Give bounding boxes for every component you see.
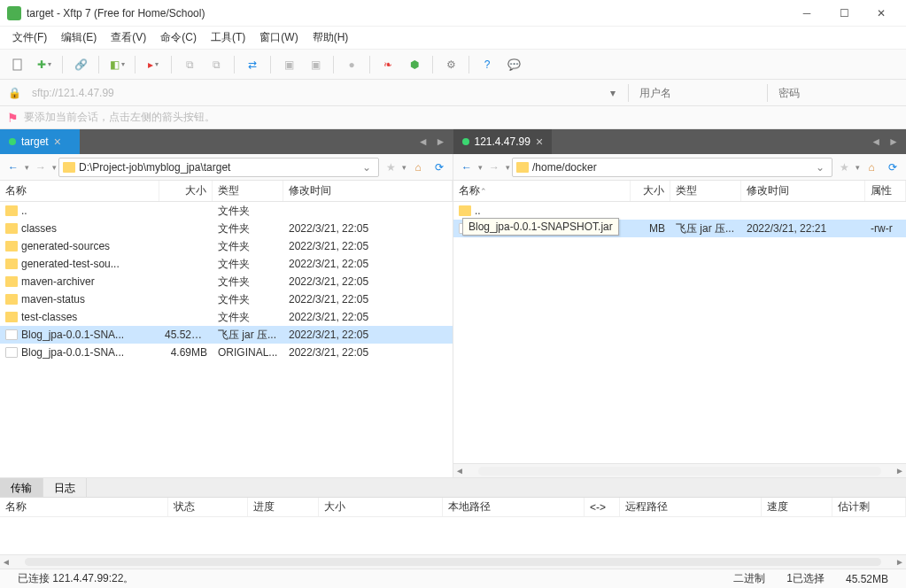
col-type[interactable]: 类型 xyxy=(213,181,283,201)
path-input-local-field[interactable] xyxy=(79,161,359,174)
paste-button[interactable]: ⧉ xyxy=(204,53,228,76)
username-input[interactable] xyxy=(636,83,760,103)
path-input-remote-field[interactable] xyxy=(532,161,812,174)
th-dir[interactable]: <-> xyxy=(585,498,620,516)
back-button[interactable]: ← xyxy=(457,158,476,177)
menu-view[interactable]: 查看(V) xyxy=(104,27,153,48)
addressbar: 🔒 sftp://121.4.47.99 ▾ xyxy=(0,80,906,106)
tab-local-close[interactable]: × xyxy=(54,135,61,149)
menu-help[interactable]: 帮助(H) xyxy=(306,27,356,48)
file-row[interactable]: Blog_jpa-0.0.1-SNA...4.69MBORIGINAL...20… xyxy=(0,344,453,361)
maximize-button[interactable]: ☐ xyxy=(826,3,862,24)
close-button[interactable]: ✕ xyxy=(863,3,899,24)
file-row[interactable]: generated-sources文件夹2022/3/21, 22:05 xyxy=(0,237,453,255)
remote-file-list[interactable]: ..Blog_jpa-0.0.1-SNAPSHOT.jarMB飞压 jar 压.… xyxy=(453,202,906,463)
file-name: generated-sources xyxy=(21,240,110,252)
minimize-button[interactable]: ─ xyxy=(789,3,825,24)
forward-button[interactable]: → xyxy=(31,158,50,177)
tool-red-button[interactable]: ❧ xyxy=(376,53,400,76)
col-name[interactable]: 名称 xyxy=(0,181,159,201)
help-button[interactable]: ? xyxy=(475,53,499,76)
clipboard2-button[interactable]: ▣ xyxy=(303,53,328,76)
path-input-local[interactable]: ⌄ xyxy=(58,158,379,177)
file-type: 文件夹 xyxy=(213,310,283,325)
file-row[interactable]: Blog_jpa-0.0.1-SNA...45.52MB飞压 jar 压...2… xyxy=(0,326,453,344)
th-eta[interactable]: 估计剩 xyxy=(832,498,906,516)
tab-next-icon[interactable]: ► xyxy=(887,134,901,150)
clipboard1-button[interactable]: ▣ xyxy=(276,53,301,76)
col-type[interactable]: 类型 xyxy=(670,181,741,201)
file-row[interactable]: .. xyxy=(453,202,906,220)
path-input-remote[interactable]: ⌄ xyxy=(512,158,832,177)
th-name[interactable]: 名称 xyxy=(0,498,168,516)
file-type: 飞压 jar 压... xyxy=(213,328,283,343)
new-folder-button[interactable]: ✚ xyxy=(32,53,57,76)
th-progress[interactable]: 进度 xyxy=(248,498,319,516)
path-dropdown[interactable]: ⌄ xyxy=(359,161,375,174)
status-connected: 已连接 121.4.47.99:22。 xyxy=(7,571,144,586)
col-mtime[interactable]: 修改时间 xyxy=(741,181,865,201)
password-input[interactable] xyxy=(775,83,899,103)
home-button[interactable]: ⌂ xyxy=(862,158,881,177)
file-name: maven-status xyxy=(21,293,85,306)
record-button[interactable]: ● xyxy=(339,53,364,76)
address-dropdown[interactable]: ▾ xyxy=(605,87,621,99)
file-row[interactable]: classes文件夹2022/3/21, 22:05 xyxy=(0,220,453,237)
col-size[interactable]: 大小 xyxy=(631,181,670,201)
forward-button[interactable]: → xyxy=(484,158,504,177)
horizontal-scrollbar[interactable]: ◄► xyxy=(453,463,906,477)
file-row[interactable]: generated-test-sou...文件夹2022/3/21, 22:05 xyxy=(0,255,453,273)
menu-file[interactable]: 文件(F) xyxy=(5,27,54,48)
tab-log[interactable]: 日志 xyxy=(43,478,87,497)
link-button[interactable]: 🔗 xyxy=(68,53,93,76)
th-size[interactable]: 大小 xyxy=(319,498,443,516)
tab-transfer[interactable]: 传输 xyxy=(0,478,43,497)
tab-prev-icon[interactable]: ◄ xyxy=(416,134,430,150)
th-remotepath[interactable]: 远程路径 xyxy=(620,498,762,516)
home-button[interactable]: ⌂ xyxy=(408,158,428,177)
refresh-button[interactable]: ⟳ xyxy=(883,158,902,177)
th-status[interactable]: 状态 xyxy=(168,498,248,516)
file-row[interactable]: maven-status文件夹2022/3/21, 22:05 xyxy=(0,290,453,308)
copy-button[interactable]: ⧉ xyxy=(177,53,202,76)
new-file-button[interactable] xyxy=(5,53,30,76)
th-localpath[interactable]: 本地路径 xyxy=(443,498,585,516)
col-name[interactable]: 名称 xyxy=(453,181,631,201)
col-size[interactable]: 大小 xyxy=(159,181,213,201)
favorite-button[interactable]: ★ xyxy=(834,158,854,177)
tab-prev-icon[interactable]: ◄ xyxy=(869,134,883,150)
file-row[interactable]: ..文件夹 xyxy=(0,202,453,220)
bottom-scrollbar[interactable]: ◄► xyxy=(0,554,906,569)
chat-button[interactable]: 💬 xyxy=(501,53,526,76)
col-attrs[interactable]: 属性 xyxy=(865,181,906,201)
menu-command[interactable]: 命令(C) xyxy=(153,27,204,48)
menu-edit[interactable]: 编辑(E) xyxy=(54,27,104,48)
tab-next-icon[interactable]: ► xyxy=(434,134,448,150)
refresh-button[interactable]: ⟳ xyxy=(430,158,449,177)
bookmark-icon[interactable]: ⚑ xyxy=(7,111,19,125)
favorite-button[interactable]: ★ xyxy=(381,158,400,177)
tab-remote-close[interactable]: × xyxy=(536,135,543,149)
app1-button[interactable]: ◧ xyxy=(105,53,129,76)
menu-window[interactable]: 窗口(W) xyxy=(252,27,305,48)
file-type: 文件夹 xyxy=(213,239,283,254)
tool-green-button[interactable]: ⬢ xyxy=(402,53,427,76)
swap-button[interactable]: ⇄ xyxy=(240,53,265,76)
file-type: 文件夹 xyxy=(213,204,283,219)
menu-tools[interactable]: 工具(T) xyxy=(204,27,252,48)
th-speed[interactable]: 速度 xyxy=(762,498,832,516)
tab-local[interactable]: target × xyxy=(0,129,80,154)
back-button[interactable]: ← xyxy=(4,158,23,177)
menubar: 文件(F) 编辑(E) 查看(V) 命令(C) 工具(T) 窗口(W) 帮助(H… xyxy=(0,27,906,50)
status-dot-icon xyxy=(462,138,469,145)
address-url[interactable]: sftp://121.4.47.99 xyxy=(28,85,598,101)
file-row[interactable]: test-classes文件夹2022/3/21, 22:05 xyxy=(0,308,453,326)
col-mtime[interactable]: 修改时间 xyxy=(283,181,453,201)
file-row[interactable]: maven-archiver文件夹2022/3/21, 22:05 xyxy=(0,273,453,290)
file-mtime: 2022/3/21, 22:05 xyxy=(283,222,453,235)
play-button[interactable]: ▸ xyxy=(141,53,166,76)
local-file-list[interactable]: ..文件夹classes文件夹2022/3/21, 22:05generated… xyxy=(0,202,453,477)
tab-remote[interactable]: 121.4.47.99 × xyxy=(453,129,553,154)
settings-button[interactable]: ⚙ xyxy=(438,53,463,76)
path-dropdown[interactable]: ⌄ xyxy=(812,161,828,174)
